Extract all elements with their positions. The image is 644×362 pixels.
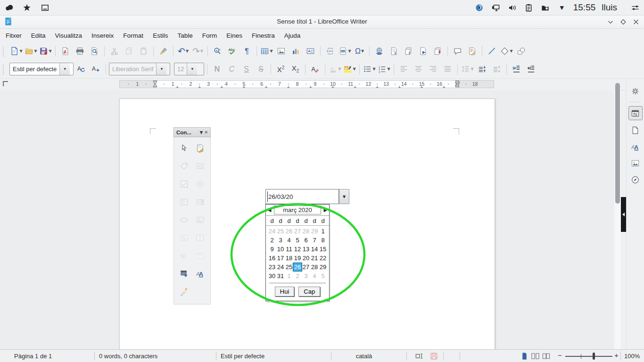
- window-close-button[interactable]: [632, 17, 640, 26]
- update-style-button[interactable]: A: [74, 63, 88, 75]
- dropdown-arrow-icon[interactable]: ▼: [387, 67, 390, 71]
- calendar-day[interactable]: 15: [319, 245, 327, 253]
- calendar-day[interactable]: 11: [285, 245, 293, 253]
- zoom-slider-thumb[interactable]: [593, 353, 595, 360]
- page-break-button[interactable]: [323, 45, 337, 58]
- zoom-out-icon[interactable]: −: [558, 351, 562, 359]
- indent-increase-button[interactable]: [510, 63, 523, 75]
- calendar-day[interactable]: 4: [285, 236, 293, 244]
- clock[interactable]: 15:55: [573, 2, 596, 13]
- new-document-button[interactable]: ▼: [9, 45, 23, 58]
- user-menu[interactable]: lluis: [602, 2, 617, 13]
- calendar-day[interactable]: 24: [268, 227, 276, 235]
- sidebar-tab-styles[interactable]: AA: [629, 140, 642, 153]
- calendar-day[interactable]: 26: [285, 227, 293, 235]
- calendar-day[interactable]: 2: [268, 236, 276, 244]
- form-design-button[interactable]: AA: [192, 267, 208, 280]
- bookmark-button[interactable]: [416, 45, 430, 58]
- dropdown-arrow-icon[interactable]: ▼: [19, 49, 22, 53]
- dropdown-arrow-icon[interactable]: ▼: [348, 49, 351, 53]
- previous-month-icon[interactable]: ◀: [266, 205, 273, 215]
- none-button[interactable]: Cap: [298, 287, 320, 296]
- clear-formatting-button[interactable]: A: [308, 63, 322, 75]
- superscript-button[interactable]: X2: [274, 63, 288, 75]
- menu-finestra[interactable]: Finestra: [247, 30, 280, 41]
- calendar-day[interactable]: 14: [310, 245, 319, 253]
- window-switcher-icon[interactable]: [40, 2, 50, 13]
- dropdown-arrow-icon[interactable]: ▼: [34, 49, 37, 53]
- book-view-icon[interactable]: [542, 352, 551, 361]
- clone-formatting-button[interactable]: [157, 45, 170, 58]
- word-count[interactable]: 0 words, 0 characters: [99, 353, 157, 360]
- calendar-day[interactable]: 12: [293, 245, 302, 253]
- sidebar-toggle[interactable]: [621, 197, 626, 232]
- sidebar-tab-properties[interactable]: [628, 106, 643, 120]
- sliders-icon[interactable]: [630, 2, 640, 13]
- dropdown-arrow-icon[interactable]: ▼: [200, 49, 203, 53]
- sidebar-tab-sidebar-settings[interactable]: [629, 84, 642, 98]
- open-button[interactable]: ▼: [24, 45, 38, 58]
- calendar-day[interactable]: 18: [285, 254, 293, 262]
- menu-ajuda[interactable]: Ajuda: [280, 30, 305, 41]
- hyperlink-button[interactable]: [372, 45, 386, 58]
- calendar-day[interactable]: 16: [268, 254, 276, 262]
- menu-format[interactable]: Format: [118, 30, 148, 41]
- line-button[interactable]: [485, 45, 499, 58]
- volume-icon[interactable]: [507, 2, 518, 13]
- print-button[interactable]: [73, 45, 87, 58]
- window-maximize-button[interactable]: [619, 17, 627, 26]
- calendar-day[interactable]: 27: [302, 263, 310, 271]
- calendar-day[interactable]: 28: [302, 227, 310, 235]
- insert-field-button[interactable]: ▼: [338, 45, 352, 58]
- calendar-day[interactable]: 17: [276, 254, 285, 262]
- close-icon[interactable]: ✕: [204, 130, 208, 135]
- indent-decrease-button[interactable]: [524, 63, 538, 75]
- page-count[interactable]: Pàgina 1 de 1: [14, 353, 52, 360]
- zoom-in-icon[interactable]: +: [614, 351, 619, 359]
- chevron-down-icon[interactable]: ▼: [557, 2, 567, 13]
- insert-mode-icon[interactable]: [415, 352, 424, 361]
- page-style[interactable]: Estil per defecte: [221, 353, 264, 360]
- multi-page-view-icon[interactable]: [531, 352, 540, 361]
- calendar-day[interactable]: 22: [319, 254, 327, 262]
- select-button[interactable]: [176, 142, 192, 154]
- footnote-button[interactable]: 1: [387, 45, 401, 58]
- calendar-day[interactable]: 20: [302, 254, 310, 262]
- highlight-color-button[interactable]: ab▼: [343, 63, 356, 75]
- dropdown-arrow-icon[interactable]: ▼: [49, 49, 51, 53]
- display-icon[interactable]: [491, 2, 501, 13]
- menu-insereix[interactable]: Insereix: [87, 30, 118, 41]
- calendar-month-label[interactable]: març 2020: [274, 206, 321, 214]
- print-preview-button[interactable]: [88, 45, 101, 58]
- dropdown-arrow-icon[interactable]: ▼: [471, 67, 473, 71]
- scrollbar-thumb[interactable]: [615, 83, 620, 204]
- cross-reference-button[interactable]: [431, 45, 445, 58]
- app-logo-icon[interactable]: [4, 2, 14, 13]
- sync-swirl-icon[interactable]: [474, 2, 485, 13]
- basic-shapes-button[interactable]: ▼: [500, 45, 513, 58]
- special-character-button[interactable]: Ω▼: [353, 45, 366, 58]
- flowchart-shapes-button[interactable]: [514, 45, 528, 58]
- calendar-day[interactable]: 3: [276, 236, 285, 244]
- insert-table-button[interactable]: ▼: [260, 45, 273, 58]
- wizards-button[interactable]: [176, 285, 192, 297]
- calendar-day[interactable]: 30: [268, 272, 276, 280]
- calendar-day[interactable]: 10: [276, 245, 285, 253]
- formatting-marks-button[interactable]: ¶: [240, 45, 254, 58]
- dropdown-arrow-icon[interactable]: ▼: [186, 49, 189, 53]
- endnote-button[interactable]: i: [402, 45, 415, 58]
- calendar-day[interactable]: 27: [293, 227, 302, 235]
- next-month-icon[interactable]: ▶: [322, 205, 329, 215]
- zoom-level[interactable]: 100%: [624, 353, 640, 360]
- bullet-list-button[interactable]: ▼: [363, 63, 376, 75]
- menu-visualitza[interactable]: Visualitza: [50, 30, 87, 41]
- menu-fitxer[interactable]: Fitxer: [1, 30, 26, 41]
- form-controls-toolbar-titlebar[interactable]: Con... ▼ ✕: [173, 127, 211, 137]
- calendar-day[interactable]: 9: [268, 245, 276, 253]
- menu-form[interactable]: Form: [198, 30, 222, 41]
- numbered-list-button[interactable]: 123▼: [377, 63, 391, 75]
- calendar-day[interactable]: 29: [319, 263, 327, 271]
- date-dropdown-button[interactable]: ▼: [339, 189, 349, 204]
- insert-textbox-button[interactable]: A: [304, 45, 317, 58]
- design-mode-button[interactable]: [192, 142, 208, 154]
